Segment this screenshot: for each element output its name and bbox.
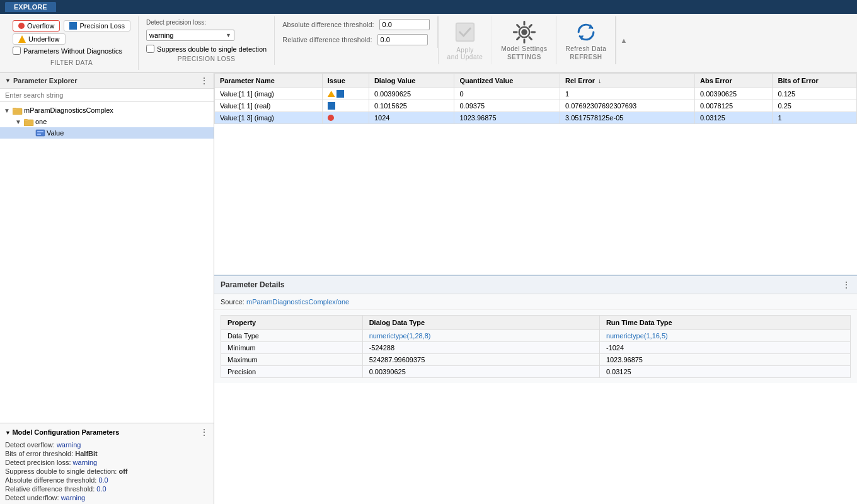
panel-menu-button[interactable]: ⋮ (200, 76, 209, 86)
abs-threshold-input[interactable] (379, 19, 430, 30)
detail-row: Minimum -524288 -1024 (221, 342, 851, 354)
rel-threshold-row: Relative difference threshold: (282, 34, 429, 45)
model-config-menu-button[interactable]: ⋮ (200, 427, 209, 437)
abs-threshold-label: Absolute difference threshold: (282, 21, 374, 28)
settings-section-label: SETTINGS (507, 54, 541, 60)
cell-param-name: Value:[1 1] (real) (215, 100, 323, 112)
detail-dialog-type: 524287.99609375 (362, 354, 599, 366)
cell-rel-error: 1 (560, 88, 695, 100)
detail-col-dialog-type[interactable]: Dialog Data Type (362, 316, 599, 330)
cell-bits-error: 0.25 (773, 100, 857, 112)
folder-icon-1 (24, 117, 34, 126)
cell-rel-error: 3.0517578125e-05 (560, 112, 695, 124)
toolbar-expand-icon: ▲ (620, 37, 627, 44)
svg-rect-0 (456, 23, 475, 42)
config-row-5: Relative difference threshold: 0.0 (5, 485, 209, 493)
cell-param-name: Value:[1 3] (imag) (215, 112, 323, 124)
cell-quantized-value: 1023.96875 (454, 112, 560, 124)
settings-label: Model Settings (501, 45, 547, 52)
detail-runtime-type: numerictype(1,16,5) (599, 330, 850, 342)
refresh-label: Refresh Data (565, 45, 606, 52)
detect-dropdown[interactable]: warning ▼ (146, 30, 234, 41)
detail-runtime-type: 0.03125 (599, 366, 850, 378)
model-settings-group[interactable]: Model Settings SETTINGS (492, 16, 556, 64)
overflow-button[interactable]: Overflow (13, 20, 60, 32)
svg-rect-4 (13, 108, 16, 110)
table-row[interactable]: Value:[1 1] (real) 0.1015625 0.09375 0.0… (215, 100, 857, 112)
details-header-row: Property Dialog Data Type Run Time Data … (221, 316, 851, 330)
detail-property: Maximum (221, 354, 363, 366)
rel-threshold-input[interactable] (377, 34, 428, 45)
svg-point-1 (521, 29, 527, 35)
col-issue[interactable]: Issue (322, 74, 369, 88)
cell-bits-error: 0.125 (773, 88, 857, 100)
main-content: ▼ Parameter Explorer ⋮ ▼ mParamDiagnosti… (0, 73, 857, 504)
cell-issue (322, 88, 369, 100)
suppress-row: Suppress double to single detection (146, 45, 267, 53)
detail-runtime-type: -1024 (599, 342, 850, 354)
apply-group: Apply and Update (439, 16, 493, 64)
param-details-title: Parameter Details (221, 280, 284, 289)
config-row-4: Absolute difference threshold: 0.0 (5, 476, 209, 484)
col-quantized-value[interactable]: Quantized Value (454, 74, 560, 88)
col-param-name[interactable]: Parameter Name (215, 74, 323, 88)
suppress-checkbox[interactable] (146, 45, 154, 53)
title-arrow: ▼ (5, 77, 11, 84)
model-config-title: ▼ Model Configuration Parameters (5, 428, 119, 436)
col-dialog-value[interactable]: Dialog Value (369, 74, 454, 88)
table-row[interactable]: Value:[1 3] (imag) 1024 1023.96875 3.051… (215, 112, 857, 124)
params-without-diag-checkbox[interactable] (13, 47, 21, 55)
cell-issue (322, 100, 369, 112)
detail-col-runtime-type[interactable]: Run Time Data Type (599, 316, 850, 330)
folder-icon-0 (13, 106, 23, 115)
model-config-arrow: ▼ (5, 430, 12, 436)
detail-row: Precision 0.00390625 0.03125 (221, 366, 851, 378)
source-row: Source: mParamDiagnosticsComplex/one (214, 294, 857, 310)
svg-rect-7 (24, 119, 28, 121)
tree-label-0: mParamDiagnosticsComplex (24, 106, 211, 114)
col-rel-error[interactable]: Rel Error ↓ (560, 74, 695, 88)
detail-runtime-type: 1023.96875 (599, 354, 850, 366)
explore-tab[interactable]: EXPLORE (5, 2, 56, 12)
param-explorer-header: ▼ Parameter Explorer ⋮ (0, 73, 214, 89)
blue-sq-icon (336, 90, 344, 98)
cell-bits-error: 1 (773, 112, 857, 124)
toolbar-expand-btn[interactable]: ▲ (616, 16, 631, 64)
data-table-wrapper: Parameter Name Issue Dialog Value Quanti… (214, 73, 857, 275)
source-link[interactable]: mParamDiagnosticsComplex/one (246, 298, 349, 306)
svg-rect-10 (37, 131, 43, 132)
svg-rect-11 (37, 134, 41, 135)
model-config-section: ▼ Model Configuration Parameters ⋮ Detec… (0, 423, 214, 504)
detail-dialog-type: numerictype(1,28,8) (362, 330, 599, 342)
svg-rect-9 (36, 130, 45, 136)
cell-param-name: Value:[1 1] (imag) (215, 88, 323, 100)
table-row[interactable]: Value:[1 1] (imag) 0.00390625 0 1 0.0039… (215, 88, 857, 100)
refresh-group[interactable]: Refresh Data REFRESH (556, 16, 616, 64)
refresh-icon (574, 20, 598, 44)
tree-expand-0: ▼ (3, 107, 11, 114)
cell-dialog-value: 0.1015625 (369, 100, 454, 112)
detail-property: Precision (221, 366, 363, 378)
underflow-button[interactable]: Underflow (13, 33, 66, 45)
cell-abs-error: 0.03125 (695, 112, 773, 124)
detail-dialog-type: -524288 (362, 342, 599, 354)
model-config-header: ▼ Model Configuration Parameters ⋮ (5, 427, 209, 437)
tree-expand-1: ▼ (14, 118, 23, 125)
detail-row: Maximum 524287.99609375 1023.96875 (221, 354, 851, 366)
tree-item-value[interactable]: Value (0, 127, 214, 139)
param-explorer-title: ▼ Parameter Explorer (5, 77, 77, 84)
col-bits-error[interactable]: Bits of Error (773, 74, 857, 88)
precision-loss-button[interactable]: Precision Loss (64, 20, 130, 32)
tree-area: ▼ mParamDiagnosticsComplex ▼ one (0, 102, 214, 423)
apply-label: Apply and Update (447, 47, 483, 60)
param-details-menu-button[interactable]: ⋮ (842, 280, 851, 290)
data-table: Parameter Name Issue Dialog Value Quanti… (214, 73, 857, 124)
config-row-3: Suppress double to single detection: off (5, 467, 209, 475)
tree-item-root[interactable]: ▼ mParamDiagnosticsComplex (0, 105, 214, 116)
warn-icon (328, 91, 335, 97)
detail-col-property[interactable]: Property (221, 316, 363, 330)
search-input[interactable] (0, 89, 214, 102)
col-abs-error[interactable]: Abs Error (695, 74, 773, 88)
tree-item-one[interactable]: ▼ one (0, 116, 214, 127)
underflow-warn-icon (18, 35, 26, 43)
